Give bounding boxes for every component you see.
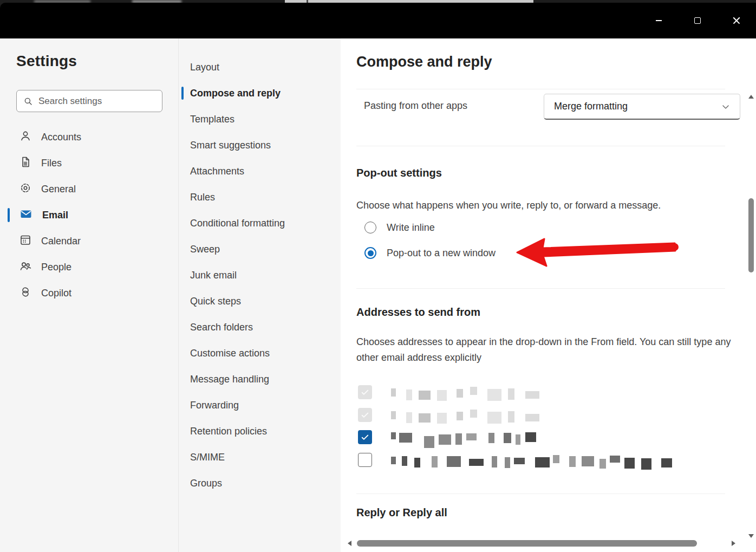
nav-item-templates[interactable]: Templates	[179, 106, 341, 132]
checkbox-checked[interactable]	[358, 430, 372, 444]
scroll-down-icon[interactable]	[748, 534, 754, 538]
sidebar-item-label: Calendar	[41, 236, 81, 247]
radio-option-write-inline[interactable]: Write inline	[364, 222, 435, 233]
copilot-icon	[19, 285, 32, 301]
addresses-heading: Addresses to send from	[356, 306, 480, 319]
sidebar-item-general[interactable]: General	[0, 176, 178, 202]
nav-item-layout[interactable]: Layout	[179, 54, 341, 80]
address-row	[358, 407, 545, 422]
nav-item-label: Conditional formatting	[190, 218, 285, 229]
nav-item-sweep[interactable]: Sweep	[179, 236, 341, 262]
settings-dialog: Settings Search settings AccountsFilesGe…	[0, 38, 756, 552]
settings-sidebar: Settings Search settings AccountsFilesGe…	[0, 38, 179, 552]
close-button[interactable]	[717, 3, 756, 38]
address-row	[358, 452, 664, 467]
nav-item-label: Sweep	[190, 244, 220, 255]
sidebar-item-calendar[interactable]: Calendar	[0, 228, 178, 254]
nav-item-search-folders[interactable]: Search folders	[179, 314, 341, 340]
vertical-scrollbar-thumb[interactable]	[748, 198, 754, 272]
search-placeholder: Search settings	[38, 96, 102, 107]
addresses-description: Chooses addresses to appear in the drop-…	[356, 334, 733, 366]
nav-item-conditional-formatting[interactable]: Conditional formatting	[179, 210, 341, 236]
scroll-up-icon[interactable]	[748, 95, 754, 99]
sidebar-item-label: Files	[41, 158, 62, 169]
divider	[356, 146, 725, 146]
outlook-settings-window: Settings Search settings AccountsFilesGe…	[0, 0, 756, 552]
vertical-scrollbar[interactable]	[747, 38, 755, 552]
nav-item-label: S/MIME	[190, 452, 225, 463]
address-row	[358, 430, 526, 444]
maximize-icon	[694, 17, 701, 24]
sidebar-item-label: People	[41, 262, 71, 273]
popout-settings-description: Choose what happens when you write, repl…	[356, 198, 661, 213]
nav-item-message-handling[interactable]: Message handling	[179, 366, 341, 392]
scroll-right-icon[interactable]	[732, 541, 735, 546]
sidebar-item-files[interactable]: Files	[0, 150, 178, 176]
nav-item-smart-suggestions[interactable]: Smart suggestions	[179, 132, 341, 158]
people-icon	[19, 259, 32, 275]
chevron-down-icon	[720, 101, 731, 112]
settings-title: Settings	[16, 53, 77, 70]
nav-item-label: Customise actions	[190, 348, 270, 359]
redacted-email-address	[391, 407, 545, 422]
radio-unselected-icon[interactable]	[364, 222, 376, 233]
search-input[interactable]: Search settings	[16, 90, 162, 112]
checkbox-checked-disabled	[358, 408, 372, 422]
pasting-dropdown[interactable]: Merge formatting	[544, 94, 740, 120]
nav-item-label: Groups	[190, 478, 222, 489]
radio-option-pop-out-to-a-new-window[interactable]: Pop-out to a new window	[364, 247, 496, 259]
nav-item-label: Forwarding	[190, 400, 239, 411]
radio-selected-icon[interactable]	[364, 247, 376, 259]
nav-item-groups[interactable]: Groups	[179, 470, 341, 496]
nav-item-junk-email[interactable]: Junk email	[179, 262, 341, 288]
maximize-button[interactable]	[678, 3, 717, 38]
gear-icon	[19, 181, 32, 197]
sidebar-item-label: Email	[42, 210, 68, 221]
nav-item-label: Quick steps	[190, 296, 241, 307]
nav-item-attachments[interactable]: Attachments	[179, 158, 341, 184]
nav-item-retention-policies[interactable]: Retention policies	[179, 418, 341, 444]
email-settings-nav: LayoutCompose and replyTemplatesSmart su…	[179, 38, 341, 552]
sidebar-item-label: Accounts	[41, 132, 81, 143]
nav-item-label: Attachments	[190, 166, 244, 177]
horizontal-scrollbar[interactable]	[341, 537, 747, 549]
nav-item-s-mime[interactable]: S/MIME	[179, 444, 341, 470]
person-icon	[19, 129, 32, 145]
scroll-left-icon[interactable]	[348, 541, 351, 546]
nav-item-label: Layout	[190, 62, 219, 73]
sidebar-item-copilot[interactable]: Copilot	[0, 280, 178, 306]
nav-item-label: Retention policies	[190, 426, 267, 437]
checkbox-checked-disabled	[358, 385, 372, 399]
nav-item-label: Smart suggestions	[190, 140, 271, 151]
sidebar-item-accounts[interactable]: Accounts	[0, 124, 178, 150]
nav-item-compose-and-reply[interactable]: Compose and reply	[179, 80, 341, 106]
radio-option-label: Write inline	[387, 222, 435, 233]
file-icon	[19, 155, 32, 171]
nav-item-forwarding[interactable]: Forwarding	[179, 392, 341, 418]
nav-item-customise-actions[interactable]: Customise actions	[179, 340, 341, 366]
nav-item-quick-steps[interactable]: Quick steps	[179, 288, 341, 314]
checkbox-unchecked[interactable]	[358, 453, 372, 467]
reply-heading: Reply or Reply all	[356, 506, 447, 519]
minimize-button[interactable]	[639, 3, 678, 38]
divider	[356, 493, 725, 494]
close-icon	[733, 17, 740, 24]
minimize-icon	[656, 20, 662, 21]
horizontal-scrollbar-thumb[interactable]	[357, 540, 697, 547]
sidebar-item-people[interactable]: People	[0, 254, 178, 280]
sidebar-item-label: Copilot	[41, 288, 71, 299]
redacted-email-address	[391, 452, 664, 467]
radio-option-label: Pop-out to a new window	[387, 248, 496, 259]
nav-item-rules[interactable]: Rules	[179, 184, 341, 210]
pasting-from-other-apps-label: Pasting from other apps	[364, 100, 467, 112]
nav-item-label: Search folders	[190, 322, 253, 333]
pasting-dropdown-value: Merge formatting	[554, 101, 628, 112]
mail-icon	[19, 207, 33, 223]
sidebar-item-label: General	[41, 184, 76, 195]
search-icon	[23, 96, 33, 106]
nav-item-label: Compose and reply	[190, 88, 281, 99]
sidebar-item-email[interactable]: Email	[0, 202, 178, 228]
nav-item-label: Junk email	[190, 270, 237, 281]
nav-item-label: Rules	[190, 192, 215, 203]
nav-item-label: Message handling	[190, 374, 269, 385]
